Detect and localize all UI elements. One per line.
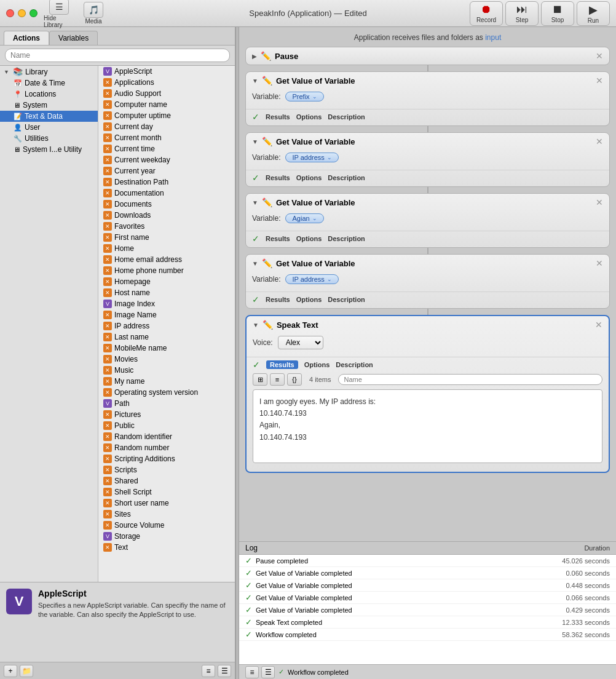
get-var-1-results[interactable]: Results bbox=[266, 113, 290, 121]
list-view-btn[interactable]: ≡ bbox=[270, 373, 285, 386]
list-item[interactable]: ✕Random number bbox=[98, 442, 235, 453]
list-item[interactable]: ✕Home phone number bbox=[98, 265, 235, 276]
close-button[interactable] bbox=[6, 9, 14, 17]
step-button[interactable]: ⏭ Step bbox=[505, 1, 539, 26]
tree-item-system[interactable]: 🖥 System bbox=[0, 100, 98, 111]
voice-select[interactable]: Alex bbox=[278, 336, 323, 349]
list-view-button[interactable]: ≡ bbox=[202, 665, 215, 677]
get-var-3-description[interactable]: Description bbox=[328, 235, 365, 242]
list-item[interactable]: ✕Home bbox=[98, 243, 235, 254]
list-item[interactable]: ✕Movies bbox=[98, 354, 235, 365]
get-var-3-close[interactable]: ✕ bbox=[596, 197, 603, 207]
var-pill-3[interactable]: Agian ⌄ bbox=[285, 213, 323, 223]
code-view-btn[interactable]: {} bbox=[287, 373, 302, 386]
list-item[interactable]: ✕IP address bbox=[98, 320, 235, 332]
list-item[interactable]: ✕Image Name bbox=[98, 309, 235, 320]
tree-item-utilities[interactable]: 🔧 Utilities bbox=[0, 133, 98, 144]
list-item[interactable]: ✕Public bbox=[98, 420, 235, 431]
list-item[interactable]: ✕Scripts bbox=[98, 464, 235, 475]
search-input[interactable] bbox=[5, 49, 230, 62]
tab-variables[interactable]: Variables bbox=[49, 31, 98, 45]
get-var-3-results[interactable]: Results bbox=[266, 235, 290, 242]
list-item[interactable]: ✕First name bbox=[98, 232, 235, 243]
workflow-detail-btn[interactable]: ☰ bbox=[261, 666, 275, 678]
list-item[interactable]: ✕Audio Support bbox=[98, 88, 235, 99]
list-item[interactable]: ✕Computer name bbox=[98, 99, 235, 110]
list-item[interactable]: ✕Current year bbox=[98, 165, 235, 177]
get-var-3-toggle[interactable]: ▼ bbox=[252, 199, 258, 206]
get-var-1-close[interactable]: ✕ bbox=[596, 76, 603, 85]
list-item[interactable]: ✕Computer uptime bbox=[98, 110, 235, 121]
list-item[interactable]: VAppleScript bbox=[98, 66, 235, 77]
list-item[interactable]: ✕Sites bbox=[98, 509, 235, 520]
list-item[interactable]: ✕Host name bbox=[98, 287, 235, 298]
list-item[interactable]: ✕Current month bbox=[98, 132, 235, 143]
pause-toggle[interactable]: ▶ bbox=[252, 53, 257, 60]
media-button[interactable]: 🎵 Media bbox=[78, 2, 109, 25]
list-item[interactable]: ✕Music bbox=[98, 365, 235, 376]
list-item[interactable]: ✕Applications bbox=[98, 77, 235, 88]
list-item[interactable]: ✕My name bbox=[98, 376, 235, 387]
get-var-4-description[interactable]: Description bbox=[328, 296, 365, 303]
speak-search-input[interactable] bbox=[338, 374, 602, 385]
list-item[interactable]: ✕Homepage bbox=[98, 276, 235, 287]
get-var-4-results[interactable]: Results bbox=[266, 296, 290, 303]
grid-view-btn[interactable]: ⊞ bbox=[253, 373, 267, 386]
list-item[interactable]: ✕Shell Script bbox=[98, 486, 235, 498]
get-var-1-description[interactable]: Description bbox=[328, 113, 365, 121]
list-item[interactable]: ✕Last name bbox=[98, 332, 235, 343]
list-item[interactable]: VImage Index bbox=[98, 298, 235, 309]
get-var-3-options[interactable]: Options bbox=[296, 235, 322, 242]
tree-item-datetime[interactable]: 📅 Date & Time bbox=[0, 77, 98, 89]
speak-text-description[interactable]: Description bbox=[336, 361, 373, 368]
speak-text-results[interactable]: Results bbox=[266, 360, 298, 369]
list-item[interactable]: ✕Pictures bbox=[98, 409, 235, 420]
record-button[interactable]: ⏺ Record bbox=[470, 1, 503, 26]
list-item[interactable]: ✕Current time bbox=[98, 143, 235, 154]
list-item[interactable]: ✕Documents bbox=[98, 199, 235, 210]
pause-close[interactable]: ✕ bbox=[596, 51, 603, 61]
var-pill-4[interactable]: IP address ⌄ bbox=[285, 274, 338, 284]
tree-item-user[interactable]: 👤 User bbox=[0, 122, 98, 133]
list-item[interactable]: ✕Scripting Additions bbox=[98, 453, 235, 464]
get-var-2-results[interactable]: Results bbox=[266, 174, 290, 181]
tree-item-textdata[interactable]: 📝 Text & Data bbox=[0, 111, 98, 122]
list-item[interactable]: VStorage bbox=[98, 531, 235, 542]
tab-actions[interactable]: Actions bbox=[4, 31, 49, 45]
get-var-4-toggle[interactable]: ▼ bbox=[252, 260, 258, 267]
get-var-1-toggle[interactable]: ▼ bbox=[252, 77, 258, 84]
hide-library-button[interactable]: ☰ Hide Library bbox=[44, 0, 74, 28]
list-item[interactable]: ✕Destination Path bbox=[98, 177, 235, 188]
list-item[interactable]: ✕Short user name bbox=[98, 498, 235, 509]
maximize-button[interactable] bbox=[30, 9, 38, 17]
list-item[interactable]: ✕Current day bbox=[98, 121, 235, 132]
tree-item-library[interactable]: ▼ 📚 Library bbox=[0, 66, 98, 77]
workflow-list-btn[interactable]: ≡ bbox=[245, 666, 259, 678]
list-item[interactable]: ✕Documentation bbox=[98, 188, 235, 199]
get-var-2-description[interactable]: Description bbox=[328, 174, 365, 181]
var-pill-1[interactable]: Prefix ⌄ bbox=[285, 92, 323, 101]
list-item[interactable]: ✕Text bbox=[98, 542, 235, 553]
get-var-2-close[interactable]: ✕ bbox=[596, 137, 603, 146]
get-var-1-options[interactable]: Options bbox=[296, 113, 322, 121]
get-var-2-toggle[interactable]: ▼ bbox=[252, 138, 258, 145]
list-item[interactable]: VPath bbox=[98, 398, 235, 409]
list-item[interactable]: ✕Downloads bbox=[98, 210, 235, 221]
list-item[interactable]: ✕Home email address bbox=[98, 254, 235, 265]
speak-text-close[interactable]: ✕ bbox=[595, 320, 602, 330]
stop-button[interactable]: ⏹ Stop bbox=[541, 1, 574, 26]
detail-view-button[interactable]: ☰ bbox=[218, 665, 231, 677]
tree-item-locations[interactable]: 📍 Locations bbox=[0, 89, 98, 100]
list-item[interactable]: ✕MobileMe name bbox=[98, 343, 235, 354]
add-button[interactable]: + bbox=[4, 665, 17, 677]
list-item[interactable]: ✕Shared bbox=[98, 475, 235, 486]
tree-item-sysutil[interactable]: 🖥 System I...e Utility bbox=[0, 144, 98, 155]
speak-text-options[interactable]: Options bbox=[304, 361, 330, 368]
list-item[interactable]: ✕Current weekday bbox=[98, 154, 235, 165]
list-item[interactable]: ✕Random identifier bbox=[98, 431, 235, 442]
get-var-2-options[interactable]: Options bbox=[296, 174, 322, 181]
list-item[interactable]: ✕Source Volume bbox=[98, 520, 235, 531]
speak-text-toggle[interactable]: ▼ bbox=[253, 322, 259, 328]
run-button[interactable]: ▶ Run bbox=[577, 1, 610, 26]
get-var-4-close[interactable]: ✕ bbox=[596, 258, 603, 268]
